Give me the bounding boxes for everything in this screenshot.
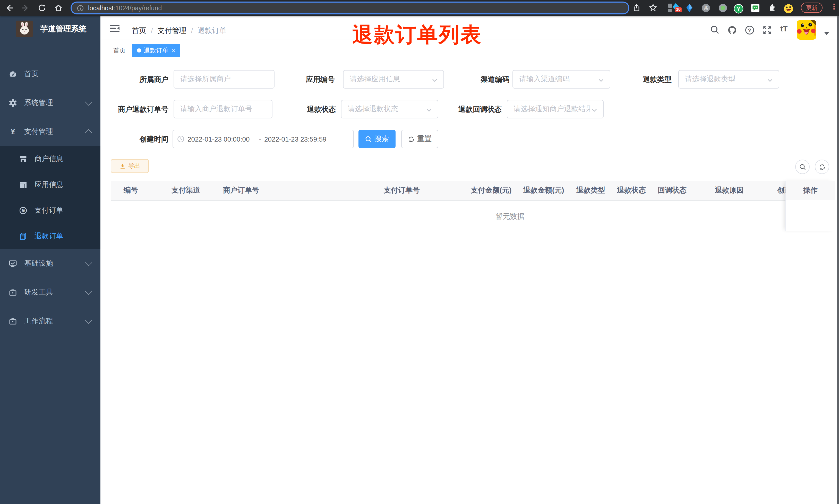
logo-avatar	[16, 21, 33, 37]
placeholder: 请选择所属商户	[180, 75, 268, 84]
extension-badge: 10	[675, 7, 682, 12]
table-body: 暂无数据	[111, 201, 834, 232]
breadcrumb-separator: /	[191, 26, 193, 35]
merchant-refund-no-input[interactable]: 请输入商户退款订单号	[174, 100, 272, 119]
sidebar-item-system[interactable]: 系统管理	[0, 89, 101, 118]
sidebar-item-infrastructure[interactable]: 基础设施	[0, 249, 101, 278]
tab-home[interactable]: 首页	[109, 44, 130, 57]
browser-refresh-icon[interactable]	[38, 4, 46, 12]
search-icon	[365, 136, 372, 142]
page-scrollbar[interactable]	[837, 16, 839, 504]
search-button[interactable]: 搜索	[358, 130, 395, 148]
svg-text:⌘: ⌘	[703, 5, 709, 11]
breadcrumb-home[interactable]: 首页	[132, 26, 146, 35]
refund-table: 编号 支付渠道 商户订单号 支付订单号 支付金额(元) 退款金额(元) 退款类型…	[111, 181, 834, 232]
sidebar-item-dev-tools[interactable]: 研发工具	[0, 278, 101, 307]
close-icon[interactable]: ×	[172, 47, 175, 54]
date-end-value: 2022-01-23 23:59:59	[264, 135, 333, 143]
sidebar-item-label: 研发工具	[24, 288, 53, 297]
sidebar-item-home[interactable]: 首页	[0, 60, 101, 89]
yen-icon: ¥	[9, 128, 17, 136]
update-label: 更新	[806, 4, 817, 12]
tab-label: 首页	[113, 46, 126, 55]
url-host: localhost	[88, 4, 113, 12]
browser-update-button[interactable]: 更新	[801, 3, 822, 13]
search-icon[interactable]	[710, 25, 719, 35]
avatar-caret-down-icon[interactable]	[824, 32, 829, 35]
fixed-column-body	[786, 200, 835, 231]
refund-document-icon	[19, 232, 27, 240]
extension-chat-icon[interactable]	[751, 4, 760, 12]
user-avatar[interactable]	[797, 20, 816, 40]
share-icon[interactable]	[632, 4, 641, 12]
sidebar-item-payment[interactable]: ¥ 支付管理	[0, 118, 101, 146]
fixed-operation-column: 操作	[785, 181, 835, 231]
column-header: 回调状态	[653, 181, 710, 200]
sidebar-item-label: 工作流程	[24, 317, 53, 326]
chevron-up-icon	[85, 129, 92, 137]
column-header: 退款状态	[612, 181, 653, 200]
help-icon[interactable]: ?	[745, 25, 754, 35]
reset-button[interactable]: 重置	[401, 130, 438, 148]
extension-y-icon[interactable]: Y	[733, 4, 744, 12]
sidebar-logo[interactable]: 芋道管理系统	[0, 16, 101, 59]
extension-kite-icon[interactable]	[685, 4, 694, 12]
search-button-label: 搜索	[374, 134, 389, 144]
sidebar-item-refund-order[interactable]: 退款订单	[0, 223, 101, 249]
extension-puzzle-icon[interactable]	[768, 4, 777, 12]
sidebar-item-pay-order[interactable]: ¥ 支付订单	[0, 198, 101, 223]
filter-label-app: 应用编号	[283, 70, 335, 89]
column-header-operation: 操作	[786, 181, 835, 200]
sidebar-item-label: 支付管理	[24, 127, 53, 137]
browser-home-icon[interactable]	[54, 4, 63, 12]
svg-text:¥: ¥	[22, 208, 25, 213]
refund-type-select[interactable]: 请选择退款类型	[678, 70, 779, 89]
url-bar[interactable]: localhost:1024/pay/refund	[71, 2, 629, 14]
sidebar-item-workflow[interactable]: 工作流程	[0, 307, 101, 336]
refresh-table-button[interactable]	[815, 160, 829, 174]
placeholder: 请选择应用信息	[350, 75, 430, 84]
github-icon[interactable]	[727, 25, 736, 35]
browser-back-icon[interactable]	[5, 4, 14, 12]
merchant-select[interactable]: 请选择所属商户	[174, 70, 274, 89]
browser-forward-icon[interactable]	[21, 4, 29, 12]
show-search-toggle-button[interactable]	[795, 160, 810, 174]
sidebar-item-app-info[interactable]: 应用信息	[0, 172, 101, 198]
tab-refund-order[interactable]: 退款订单 ×	[132, 44, 180, 57]
briefcase-icon	[9, 317, 17, 325]
sidebar-collapse-icon[interactable]	[110, 24, 120, 32]
font-size-icon[interactable]: tT	[780, 24, 787, 33]
sidebar-item-merchant-info[interactable]: 商户信息	[0, 146, 101, 172]
fullscreen-icon[interactable]	[762, 25, 771, 35]
column-header: 支付金额(元)	[466, 181, 518, 200]
refund-status-select[interactable]: 请选择退款状态	[341, 100, 438, 119]
chevron-down-icon	[85, 259, 92, 266]
notify-status-select[interactable]: 请选择通知商户退款结果	[507, 100, 604, 119]
bookmark-star-icon[interactable]	[649, 4, 658, 12]
yen-circle-icon: ¥	[19, 206, 27, 215]
placeholder: 请输入商户退款订单号	[180, 105, 266, 114]
export-button[interactable]: 导出	[111, 159, 149, 173]
filter-label-refund-type: 退款类型	[620, 70, 672, 89]
screen: localhost:1024/pay/refund 10 ⌘ Y	[0, 0, 839, 504]
monitor-icon	[9, 259, 17, 268]
extension-grid-diamond-icon[interactable]: 10	[667, 2, 680, 11]
refresh-icon	[408, 136, 415, 142]
create-time-range-picker[interactable]: 2022-01-23 00:00:00 - 2022-01-23 23:59:5…	[173, 130, 354, 148]
page-title: 退款订单列表	[352, 21, 482, 49]
shop-icon	[19, 155, 27, 163]
navbar: 首页/支付管理/退款订单 退款订单列表 ? tT	[101, 16, 839, 41]
filter-label-notify-status: 退款回调状态	[440, 100, 502, 119]
sidebar-item-label: 商户信息	[35, 155, 64, 164]
extension-green-dot-icon[interactable]	[718, 4, 727, 12]
sidebar-item-label: 首页	[24, 70, 39, 79]
placeholder: 请输入渠道编码	[519, 75, 596, 84]
column-header: 退款类型	[571, 181, 612, 200]
channel-select[interactable]: 请输入渠道编码	[513, 70, 610, 89]
browser-menu-icon[interactable]: ⋮	[830, 2, 838, 11]
extension-emoji-icon[interactable]	[783, 4, 794, 12]
breadcrumb-payment[interactable]: 支付管理	[158, 26, 186, 35]
site-info-icon[interactable]	[77, 4, 84, 12]
extension-command-icon[interactable]: ⌘	[701, 4, 710, 12]
app-select[interactable]: 请选择应用信息	[343, 70, 444, 89]
